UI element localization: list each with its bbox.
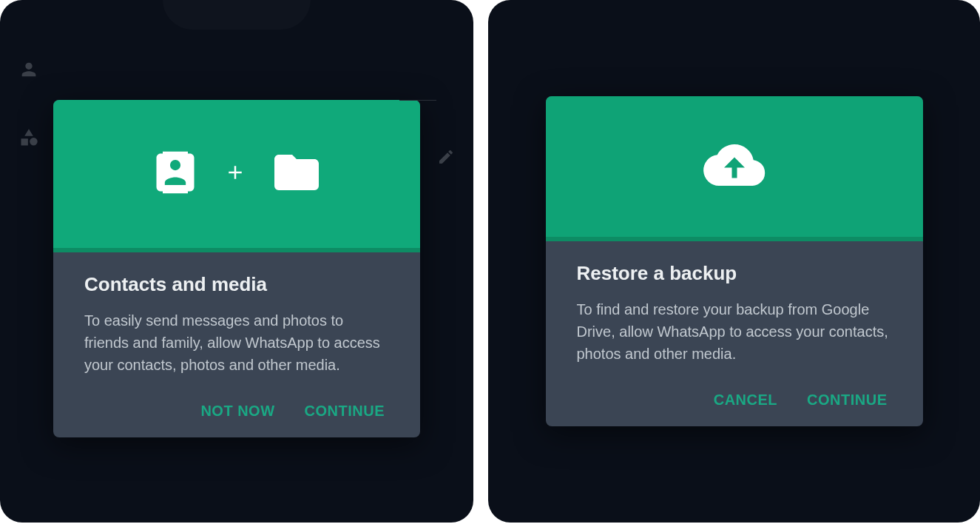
divider — [399, 100, 436, 101]
contacts-media-dialog: Contacts and media To easily send messag… — [53, 100, 420, 437]
continue-button[interactable]: CONTINUE — [807, 392, 887, 409]
dialog-description: To find and restore your backup from Goo… — [577, 298, 892, 365]
dialog-title: Restore a backup — [577, 262, 892, 285]
dialog-title: Contacts and media — [84, 273, 389, 296]
restore-backup-dialog: Restore a backup To find and restore you… — [546, 96, 923, 426]
not-now-button[interactable]: NOT NOW — [200, 403, 274, 420]
device-frame-restore: Restore a backup To find and restore you… — [488, 0, 980, 523]
device-frame-contacts: Contacts and media To easily send messag… — [0, 0, 473, 523]
cancel-button[interactable]: CANCEL — [714, 392, 777, 409]
dialog-body: Restore a backup To find and restore you… — [546, 241, 923, 426]
side-toolbar-left — [18, 59, 39, 151]
dialog-header — [546, 96, 923, 237]
dialog-actions: CANCEL CONTINUE — [577, 392, 892, 409]
dialog-actions: NOT NOW CONTINUE — [84, 403, 389, 420]
dialog-body: Contacts and media To easily send messag… — [53, 252, 420, 437]
person-icon — [18, 59, 39, 83]
plus-icon — [224, 161, 246, 187]
folder-icon — [270, 146, 323, 202]
dialog-description: To easily send messages and photos to fr… — [84, 309, 389, 376]
contacts-icon — [150, 147, 200, 201]
cloud-upload-icon — [703, 134, 766, 199]
dialog-header — [53, 100, 420, 248]
continue-button[interactable]: CONTINUE — [305, 403, 385, 420]
device-notch — [163, 0, 311, 30]
shapes-icon — [18, 127, 39, 151]
edit-icon — [437, 148, 455, 169]
